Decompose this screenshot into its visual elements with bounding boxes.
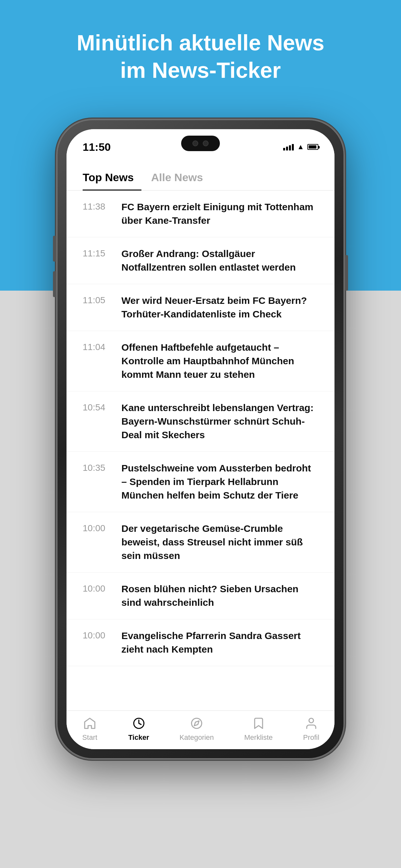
news-title: Offenen Haftbefehle aufgetaucht – Kontro… — [121, 341, 318, 381]
news-title: Evangelische Pfarrerin Sandra Gassert zi… — [121, 629, 318, 656]
news-time: 10:00 — [83, 522, 112, 533]
news-item[interactable]: 11:38 FC Bayern erzielt Einigung mit Tot… — [66, 190, 335, 237]
tab-alle-news[interactable]: Alle News — [151, 165, 211, 190]
nav-item-profil[interactable]: Profil — [303, 715, 319, 742]
svg-point-1 — [191, 718, 202, 728]
volume-up-button — [53, 236, 56, 261]
svg-marker-2 — [194, 721, 199, 725]
hero-text: Minütlich aktuelle News im News-Ticker — [0, 29, 401, 84]
wifi-icon: ▲ — [297, 143, 304, 151]
news-title: Kane unterschreibt lebenslangen Vertrag:… — [121, 401, 318, 442]
status-bar: 11:50 ▲ — [66, 129, 335, 158]
nav-item-ticker[interactable]: Ticker — [128, 715, 149, 742]
power-button — [345, 255, 348, 290]
status-time: 11:50 — [83, 141, 111, 153]
volume-down-button — [53, 271, 56, 297]
nav-label-merkliste: Merkliste — [244, 733, 273, 742]
news-time: 10:54 — [83, 401, 112, 413]
news-item[interactable]: 11:04 Offenen Haftbefehle aufgetaucht – … — [66, 331, 335, 392]
camera-dot-1 — [192, 141, 198, 146]
camera-dot-2 — [203, 141, 209, 146]
phone-device: 11:50 ▲ — [57, 120, 344, 759]
home-icon — [82, 715, 98, 732]
nav-label-start: Start — [82, 733, 97, 742]
user-icon — [303, 715, 319, 732]
news-title: Wer wird Neuer-Ersatz beim FC Bayern? To… — [121, 294, 318, 321]
news-item[interactable]: 11:15 Großer Andrang: Ostallgäuer Notfal… — [66, 237, 335, 284]
news-time: 11:04 — [83, 341, 112, 352]
news-item[interactable]: 10:54 Kane unterschreibt lebenslangen Ve… — [66, 392, 335, 452]
compass-icon — [189, 715, 205, 732]
news-time: 11:15 — [83, 247, 112, 259]
news-title: Großer Andrang: Ostallgäuer Notfallzentr… — [121, 247, 318, 274]
camera-module — [181, 135, 220, 151]
phone-shell: 11:50 ▲ — [57, 120, 344, 759]
tab-top-news[interactable]: Top News — [83, 165, 142, 190]
battery-icon — [307, 144, 318, 150]
news-list: 11:38 FC Bayern erzielt Einigung mit Tot… — [66, 190, 335, 710]
news-time: 10:00 — [83, 629, 112, 641]
tabs-bar: Top News Alle News — [66, 158, 335, 190]
news-item[interactable]: 10:00 Der vegetarische Gemüse-Crumble be… — [66, 512, 335, 572]
phone-screen: 11:50 ▲ — [66, 129, 335, 749]
bookmark-icon — [251, 715, 267, 732]
news-time: 10:35 — [83, 461, 112, 473]
news-item[interactable]: 11:05 Wer wird Neuer-Ersatz beim FC Baye… — [66, 284, 335, 331]
status-icons: ▲ — [283, 143, 318, 151]
nav-label-kategorien: Kategorien — [180, 733, 214, 742]
news-item[interactable]: 10:00 Evangelische Pfarrerin Sandra Gass… — [66, 619, 335, 666]
nav-item-merkliste[interactable]: Merkliste — [244, 715, 273, 742]
news-title: FC Bayern erzielt Einigung mit Tottenham… — [121, 200, 318, 227]
bottom-nav: Start Ticker Kategorien Merkliste Profil — [66, 710, 335, 749]
nav-label-profil: Profil — [303, 733, 319, 742]
news-title: Der vegetarische Gemüse-Crumble beweist,… — [121, 522, 318, 562]
news-title: Pustelschweine vom Aussterben bedroht – … — [121, 461, 318, 502]
nav-item-kategorien[interactable]: Kategorien — [180, 715, 214, 742]
news-time: 11:38 — [83, 200, 112, 212]
news-item[interactable]: 10:35 Pustelschweine vom Aussterben bedr… — [66, 452, 335, 512]
news-item[interactable]: 10:00 Rosen blühen nicht? Sieben Ursache… — [66, 572, 335, 619]
svg-point-3 — [309, 718, 313, 723]
news-title: Rosen blühen nicht? Sieben Ursachen sind… — [121, 582, 318, 609]
news-time: 10:00 — [83, 582, 112, 594]
nav-label-ticker: Ticker — [128, 733, 149, 742]
app-content: Top News Alle News 11:38 FC Bayern erzie… — [66, 158, 335, 710]
news-time: 11:05 — [83, 294, 112, 306]
signal-icon — [283, 144, 294, 151]
clock-icon — [131, 715, 147, 732]
nav-item-start[interactable]: Start — [82, 715, 98, 742]
